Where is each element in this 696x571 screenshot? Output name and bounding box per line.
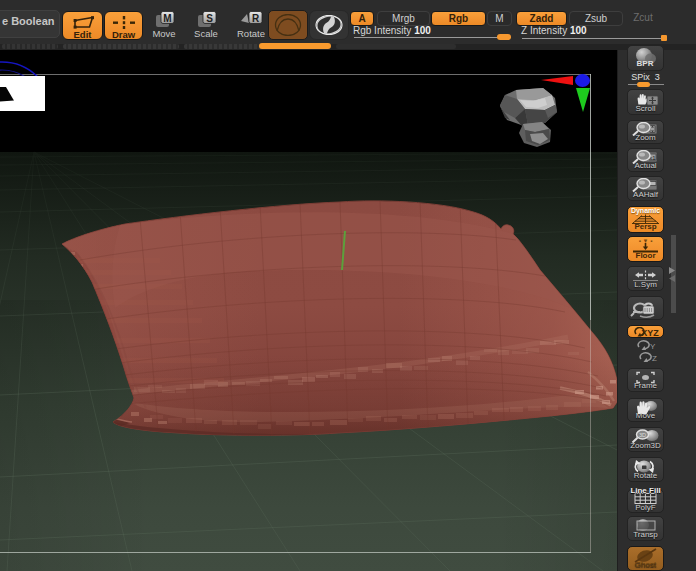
svg-text:Y: Y — [650, 342, 656, 351]
svg-text:Z: Z — [652, 354, 657, 363]
svg-text:BPR: BPR — [637, 59, 654, 68]
svg-text:M: M — [163, 13, 171, 24]
svg-text:XYZ: XYZ — [641, 328, 659, 338]
svg-text:R: R — [252, 13, 260, 24]
svg-text:S: S — [206, 13, 213, 24]
svg-text:3D: 3D — [639, 432, 646, 438]
